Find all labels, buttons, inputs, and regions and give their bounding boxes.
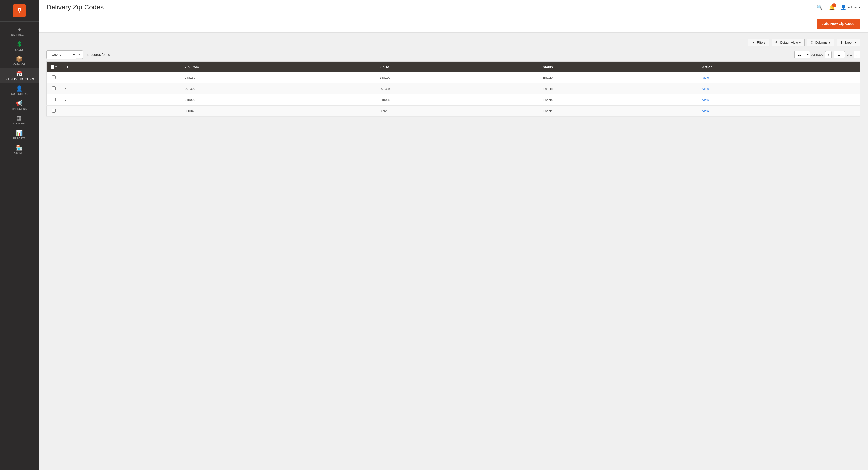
sidebar-label-stores: STORES	[14, 152, 25, 155]
default-view-button[interactable]: 👁 Default View ▾	[772, 38, 805, 46]
row-action-2: View	[698, 94, 860, 105]
row-id-3: 8	[61, 105, 181, 117]
col-header-id: ID ↑	[61, 62, 181, 72]
action-bar: Add New Zip Code	[39, 15, 868, 33]
prev-icon: ‹	[828, 53, 829, 57]
row-checkbox-0[interactable]	[52, 75, 56, 79]
prev-page-button[interactable]: ‹	[825, 51, 832, 58]
view-link-3[interactable]: View	[702, 109, 709, 113]
row-zip-from-3: 35004	[181, 105, 376, 117]
row-zip-from-1: 201300	[181, 83, 376, 94]
sidebar-item-content[interactable]: ▦ CONTENT	[0, 113, 39, 127]
filters-button[interactable]: ▼ Filters	[748, 38, 769, 46]
select-all-arrow[interactable]: ▾	[56, 65, 57, 68]
col-header-status: Status	[539, 62, 698, 72]
user-menu-button[interactable]: 👤 admin ▾	[840, 4, 860, 10]
row-check-cell	[47, 105, 61, 117]
row-check-cell	[47, 72, 61, 83]
user-icon: 👤	[840, 4, 846, 10]
content-icon: ▦	[17, 115, 22, 121]
sidebar-item-stores[interactable]: 🏪 STORES	[0, 142, 39, 157]
catalog-icon: 📦	[16, 56, 23, 62]
row-check-cell	[47, 94, 61, 105]
col-status-label: Status	[543, 65, 553, 69]
col-id-label: ID	[65, 65, 68, 69]
row-id-1: 5	[61, 83, 181, 94]
per-page-select[interactable]: 20 30 50 100	[795, 51, 810, 58]
col-header-action: Action	[698, 62, 860, 72]
view-link-0[interactable]: View	[702, 76, 709, 80]
view-link-2[interactable]: View	[702, 98, 709, 102]
row-action-3: View	[698, 105, 860, 117]
export-label: Export	[844, 41, 854, 44]
select-all-checkbox[interactable]	[51, 65, 55, 69]
page-of-label: of 1	[847, 53, 852, 56]
col-header-check: ▾	[47, 62, 61, 72]
sidebar-label-catalog: CATALOG	[13, 63, 25, 66]
actions-chevron-icon: ▾	[79, 53, 80, 56]
sidebar-item-delivery-time-slots[interactable]: 📅 DELIVERY TIME SLOTS	[0, 68, 39, 83]
export-button[interactable]: ⬆ Export ▾	[837, 38, 860, 46]
actions-dropdown-toggle[interactable]: ▾	[76, 51, 83, 58]
export-icon: ⬆	[840, 41, 843, 44]
page-number-input[interactable]	[834, 51, 845, 58]
per-page-label: per page	[811, 53, 823, 56]
filters-toolbar: ▼ Filters 👁 Default View ▾ ⚙ Columns ▾ ⬆…	[46, 38, 860, 46]
row-status-3: Enable	[539, 105, 698, 117]
table-row: 5 201300 201305 Enable View	[47, 83, 860, 94]
row-id-2: 7	[61, 94, 181, 105]
row-status-1: Enable	[539, 83, 698, 94]
search-icon: 🔍	[817, 5, 823, 10]
row-checkbox-3[interactable]	[52, 109, 56, 113]
col-zip-to-label: Zip To	[380, 65, 390, 69]
records-found: 4 records found	[87, 53, 110, 57]
columns-label: Columns	[815, 41, 827, 44]
magento-logo-icon	[13, 4, 26, 17]
actions-left: Actions Delete ▾ 4 records found	[46, 50, 110, 59]
sidebar-item-customers[interactable]: 👤 CUSTOMERS	[0, 83, 39, 98]
pagination-controls: 20 30 50 100 per page ‹ of 1 ›	[795, 51, 860, 58]
table-row: 8 35004 36925 Enable View	[47, 105, 860, 117]
row-zip-to-1: 201305	[376, 83, 539, 94]
sidebar-item-reports[interactable]: 📊 REPORTS	[0, 127, 39, 142]
customers-icon: 👤	[16, 86, 23, 92]
row-checkbox-2[interactable]	[52, 98, 56, 101]
search-button[interactable]: 🔍	[816, 3, 824, 11]
columns-button[interactable]: ⚙ Columns ▾	[807, 38, 834, 46]
sidebar-item-marketing[interactable]: 📢 MARKETING	[0, 98, 39, 113]
next-page-button[interactable]: ›	[854, 51, 860, 58]
zip-codes-table: ▾ ID ↑ Zip From Z	[46, 61, 860, 117]
sales-icon: 💲	[16, 41, 23, 48]
sort-icon-id[interactable]: ↑	[69, 65, 70, 68]
default-view-label: Default View	[780, 41, 798, 44]
add-new-zip-code-button[interactable]: Add New Zip Code	[817, 19, 861, 29]
sidebar-item-catalog[interactable]: 📦 CATALOG	[0, 54, 39, 68]
filter-icon: ▼	[752, 41, 755, 44]
user-label: admin	[848, 5, 857, 9]
row-check-cell	[47, 83, 61, 94]
table-row: 7 248006 248008 Enable View	[47, 94, 860, 105]
actions-dropdown: Actions Delete ▾	[46, 50, 83, 59]
row-action-1: View	[698, 83, 860, 94]
row-zip-to-0: 248150	[376, 72, 539, 83]
row-zip-to-2: 248008	[376, 94, 539, 105]
sidebar-navigation: ⊞ DASHBOARD 💲 SALES 📦 CATALOG 📅 DELIVERY…	[0, 24, 39, 157]
marketing-icon: 📢	[16, 100, 23, 106]
row-zip-from-2: 248006	[181, 94, 376, 105]
notifications-button[interactable]: 🔔 1	[828, 3, 836, 11]
sidebar-logo	[0, 0, 39, 22]
per-page-wrapper: 20 30 50 100 per page	[795, 51, 823, 58]
sidebar-item-dashboard[interactable]: ⊞ DASHBOARD	[0, 24, 39, 39]
col-header-zip-from: Zip From	[181, 62, 376, 72]
sidebar-label-marketing: MARKETING	[11, 107, 27, 110]
notification-badge: 1	[832, 3, 836, 7]
sidebar-label-dashboard: DASHBOARD	[11, 34, 28, 36]
row-id-0: 4	[61, 72, 181, 83]
actions-select[interactable]: Actions Delete	[47, 51, 76, 59]
row-checkbox-1[interactable]	[52, 87, 56, 90]
view-link-1[interactable]: View	[702, 87, 709, 91]
sidebar-item-sales[interactable]: 💲 SALES	[0, 39, 39, 54]
col-zip-from-label: Zip From	[185, 65, 199, 69]
table-row: 4 248130 248150 Enable View	[47, 72, 860, 83]
columns-icon: ⚙	[811, 41, 813, 44]
